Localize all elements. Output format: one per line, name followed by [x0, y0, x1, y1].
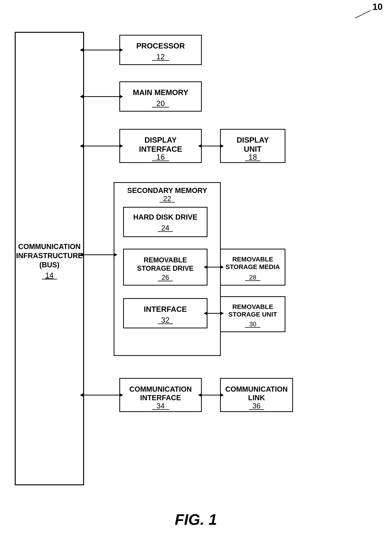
svg-line-0 — [355, 10, 371, 18]
svg-text:22: 22 — [163, 195, 171, 203]
svg-text:COMMUNICATION: COMMUNICATION — [18, 243, 81, 251]
svg-text:MAIN MEMORY: MAIN MEMORY — [133, 88, 188, 96]
svg-text:14: 14 — [45, 271, 54, 280]
svg-text:STORAGE MEDIA: STORAGE MEDIA — [226, 263, 280, 270]
svg-text:UNIT: UNIT — [244, 145, 262, 153]
svg-text:LINK: LINK — [248, 394, 265, 402]
svg-text:INTERFACE: INTERFACE — [139, 145, 182, 153]
svg-text:DISPLAY: DISPLAY — [237, 136, 269, 144]
svg-text:PROCESSOR: PROCESSOR — [136, 42, 185, 50]
svg-text:INFRASTRUCTURE: INFRASTRUCTURE — [16, 252, 83, 260]
svg-text:COMMUNICATION: COMMUNICATION — [129, 385, 192, 393]
svg-text:32: 32 — [161, 316, 170, 324]
svg-text:SECONDARY MEMORY: SECONDARY MEMORY — [127, 186, 207, 194]
svg-text:DISPLAY: DISPLAY — [144, 136, 177, 144]
svg-text:REMOVABLE: REMOVABLE — [232, 256, 273, 263]
svg-text:COMMUNICATION: COMMUNICATION — [225, 385, 288, 393]
svg-text:20: 20 — [156, 99, 165, 108]
svg-text:34: 34 — [156, 402, 165, 410]
svg-text:12: 12 — [156, 53, 165, 61]
svg-text:REMOVABLE: REMOVABLE — [144, 256, 187, 264]
svg-text:INTERFACE: INTERFACE — [140, 394, 181, 402]
svg-text:24: 24 — [161, 224, 169, 232]
svg-text:REMOVABLE: REMOVABLE — [232, 303, 273, 310]
svg-text:(BUS): (BUS) — [39, 261, 60, 269]
main-diagram-svg: 10 COMMUNICATION INFRASTRUCTURE (BUS) 14… — [0, 0, 392, 547]
svg-text:16: 16 — [156, 153, 165, 161]
svg-text:30: 30 — [249, 320, 256, 328]
svg-text:36: 36 — [252, 402, 261, 410]
svg-text:STORAGE UNIT: STORAGE UNIT — [228, 311, 277, 318]
svg-text:STORAGE DRIVE: STORAGE DRIVE — [137, 265, 193, 272]
svg-text:HARD DISK DRIVE: HARD DISK DRIVE — [133, 213, 197, 221]
svg-text:26: 26 — [162, 274, 169, 281]
svg-text:28: 28 — [249, 274, 256, 281]
hard-disk-rect — [123, 207, 207, 237]
svg-text:INTERFACE: INTERFACE — [144, 305, 187, 313]
fig-label: FIG. 1 — [175, 511, 217, 528]
ref-10-label: 10 — [372, 2, 383, 12]
svg-text:18: 18 — [249, 153, 257, 161]
